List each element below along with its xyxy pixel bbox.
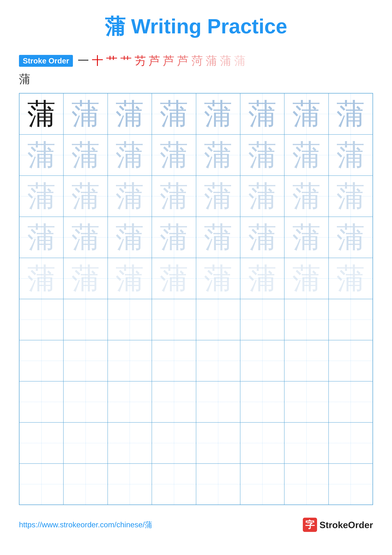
grid-cell-r3c2[interactable]: 蒲 <box>64 175 107 217</box>
grid-cell-r5c7[interactable]: 蒲 <box>284 258 328 299</box>
grid-cell-r1c8[interactable]: 蒲 <box>328 93 373 134</box>
grid-cell-r7c5[interactable] <box>196 340 240 381</box>
grid-cell-r6c3[interactable] <box>108 299 152 340</box>
grid-cell-r7c1[interactable] <box>19 340 64 381</box>
grid-cell-r10c6[interactable] <box>240 464 284 505</box>
grid-cell-r9c3[interactable] <box>108 423 152 464</box>
grid-cell-r9c7[interactable] <box>284 423 328 464</box>
grid-cell-r9c2[interactable] <box>64 423 107 464</box>
grid-cell-r3c8[interactable]: 蒲 <box>328 175 373 217</box>
grid-cell-r1c7[interactable]: 蒲 <box>284 93 328 134</box>
grid-cell-r7c7[interactable] <box>284 340 328 381</box>
grid-cell-r7c8[interactable] <box>328 340 373 381</box>
grid-char: 蒲 <box>71 100 100 128</box>
grid-cell-r2c7[interactable]: 蒲 <box>284 134 328 175</box>
grid-cell-r8c5[interactable] <box>196 381 240 423</box>
footer-logo: 字 StrokeOrder <box>303 518 373 532</box>
grid-cell-r4c3[interactable]: 蒲 <box>108 217 152 258</box>
grid-cell-r8c7[interactable] <box>284 381 328 423</box>
grid-cell-r5c8[interactable]: 蒲 <box>328 258 373 299</box>
grid-char: 蒲 <box>71 141 100 169</box>
grid-cell-r10c2[interactable] <box>64 464 107 505</box>
grid-cell-r6c1[interactable] <box>19 299 64 340</box>
grid-cell-r8c8[interactable] <box>328 381 373 423</box>
grid-cell-r6c4[interactable] <box>152 299 196 340</box>
grid-cell-r1c1[interactable]: 蒲 <box>19 93 64 134</box>
grid-cell-r1c5[interactable]: 蒲 <box>196 93 240 134</box>
grid-cell-r6c8[interactable] <box>328 299 373 340</box>
grid-cell-r3c5[interactable]: 蒲 <box>196 175 240 217</box>
grid-cell-r9c1[interactable] <box>19 423 64 464</box>
grid-cell-r10c5[interactable] <box>196 464 240 505</box>
grid-cell-r2c2[interactable]: 蒲 <box>64 134 107 175</box>
grid-cell-r8c6[interactable] <box>240 381 284 423</box>
grid-char: 蒲 <box>248 100 277 128</box>
grid-cell-r3c3[interactable]: 蒲 <box>108 175 152 217</box>
grid-cell-r7c2[interactable] <box>64 340 107 381</box>
grid-cell-r3c1[interactable]: 蒲 <box>19 175 64 217</box>
grid-cell-r10c3[interactable] <box>108 464 152 505</box>
grid-char: 蒲 <box>27 182 56 210</box>
grid-cell-r7c3[interactable] <box>108 340 152 381</box>
grid-cell-r4c8[interactable]: 蒲 <box>328 217 373 258</box>
character-label: 蒲 <box>19 72 373 87</box>
grid-cell-r8c1[interactable] <box>19 381 64 423</box>
grid-cell-r3c6[interactable]: 蒲 <box>240 175 284 217</box>
grid-cell-r5c1[interactable]: 蒲 <box>19 258 64 299</box>
grid-cell-r5c4[interactable]: 蒲 <box>152 258 196 299</box>
grid-cell-r5c5[interactable]: 蒲 <box>196 258 240 299</box>
footer-url: https://www.strokeorder.com/chinese/蒲 <box>19 520 152 530</box>
grid-cell-r9c5[interactable] <box>196 423 240 464</box>
grid-cell-r2c1[interactable]: 蒲 <box>19 134 64 175</box>
grid-cell-r9c6[interactable] <box>240 423 284 464</box>
grid-cell-r6c6[interactable] <box>240 299 284 340</box>
grid-cell-r3c4[interactable]: 蒲 <box>152 175 196 217</box>
grid-cell-r2c6[interactable]: 蒲 <box>240 134 284 175</box>
grid-cell-r1c3[interactable]: 蒲 <box>108 93 152 134</box>
grid-cell-r2c8[interactable]: 蒲 <box>328 134 373 175</box>
grid-char: 蒲 <box>27 223 56 252</box>
grid-cell-r4c6[interactable]: 蒲 <box>240 217 284 258</box>
grid-char: 蒲 <box>160 223 188 252</box>
grid-cell-r6c5[interactable] <box>196 299 240 340</box>
grid-cell-r2c5[interactable]: 蒲 <box>196 134 240 175</box>
grid-cell-r2c4[interactable]: 蒲 <box>152 134 196 175</box>
grid-cell-r8c3[interactable] <box>108 381 152 423</box>
grid-char: 蒲 <box>71 223 100 252</box>
grid-cell-r7c4[interactable] <box>152 340 196 381</box>
grid-char: 蒲 <box>204 100 232 128</box>
grid-cell-r9c4[interactable] <box>152 423 196 464</box>
grid-cell-r4c7[interactable]: 蒲 <box>284 217 328 258</box>
grid-cell-r6c2[interactable] <box>64 299 107 340</box>
grid-cell-r4c2[interactable]: 蒲 <box>64 217 107 258</box>
grid-char: 蒲 <box>204 182 232 210</box>
grid-cell-r4c4[interactable]: 蒲 <box>152 217 196 258</box>
grid-cell-r10c1[interactable] <box>19 464 64 505</box>
grid-char: 蒲 <box>27 141 56 169</box>
grid-cell-r2c3[interactable]: 蒲 <box>108 134 152 175</box>
grid-char: 蒲 <box>336 100 365 128</box>
stroke-order-row: Stroke Order 一 十 艹 艹 艻 芦 芦 芦 菏 蒲 蒲 蒲 <box>19 53 373 68</box>
grid-cell-r3c7[interactable]: 蒲 <box>284 175 328 217</box>
grid-cell-r4c5[interactable]: 蒲 <box>196 217 240 258</box>
footer: https://www.strokeorder.com/chinese/蒲 字 … <box>19 514 373 532</box>
grid-cell-r5c3[interactable]: 蒲 <box>108 258 152 299</box>
grid-cell-r7c6[interactable] <box>240 340 284 381</box>
grid-char: 蒲 <box>115 141 144 169</box>
stroke-8: 芦 <box>177 53 189 68</box>
grid-cell-r4c1[interactable]: 蒲 <box>19 217 64 258</box>
grid-char: 蒲 <box>71 182 100 210</box>
grid-cell-r8c2[interactable] <box>64 381 107 423</box>
grid-cell-r10c4[interactable] <box>152 464 196 505</box>
grid-cell-r10c7[interactable] <box>284 464 328 505</box>
grid-cell-r5c2[interactable]: 蒲 <box>64 258 107 299</box>
grid-cell-r1c2[interactable]: 蒲 <box>64 93 107 134</box>
grid-cell-r8c4[interactable] <box>152 381 196 423</box>
grid-cell-r6c7[interactable] <box>284 299 328 340</box>
grid-cell-r1c4[interactable]: 蒲 <box>152 93 196 134</box>
grid-char: 蒲 <box>336 223 365 252</box>
grid-cell-r10c8[interactable] <box>328 464 373 505</box>
grid-cell-r1c6[interactable]: 蒲 <box>240 93 284 134</box>
grid-cell-r5c6[interactable]: 蒲 <box>240 258 284 299</box>
grid-cell-r9c8[interactable] <box>328 423 373 464</box>
